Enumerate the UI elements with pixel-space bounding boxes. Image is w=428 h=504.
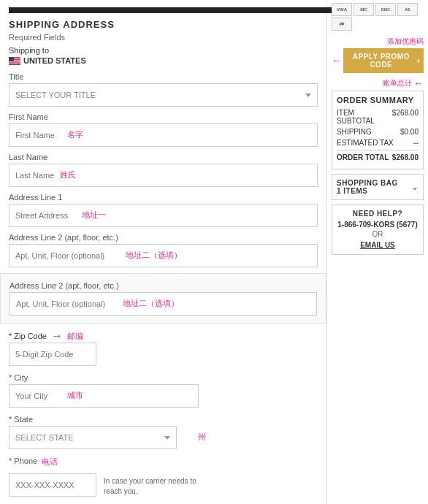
address2-section-label: Address Line 2 (apt, floor, etc.) (9, 281, 317, 290)
svg-rect-13 (9, 57, 14, 61)
amex-icon: AE (397, 3, 418, 16)
required-fields-label: Required Fields (9, 33, 318, 42)
address2-inline-annotation: 地址二（选填） (126, 250, 182, 261)
address1-input[interactable] (9, 204, 318, 227)
state-select[interactable]: SELECT STATE (9, 426, 177, 449)
order-summary-section: ORDER SUMMARY ITEM SUBTOTAL $268.00 SHIP… (332, 91, 424, 169)
last-name-label: Last Name (9, 153, 318, 161)
estimated-tax-value: -- (413, 139, 419, 147)
zip-input[interactable] (9, 343, 96, 366)
country-name: UNITED STATES (23, 56, 86, 65)
shopping-bag-chevron-icon: ⌄ (411, 182, 419, 192)
shipping-value: $0.00 (400, 128, 419, 136)
item-subtotal-value: $268.00 (392, 109, 419, 125)
last-name-annotation: 姓氏 (60, 169, 76, 180)
mastercard-icon: MC (354, 3, 374, 16)
shipping-to-label: Shipping to (9, 46, 318, 55)
apply-promo-button[interactable]: APPLY PROMO CODE + (343, 48, 424, 73)
email-us-link[interactable]: EMAIL US (360, 241, 395, 249)
svg-rect-9 (9, 62, 20, 63)
first-name-input[interactable] (9, 123, 318, 147)
phone-label: * Phone (9, 457, 37, 467)
city-input[interactable] (9, 384, 199, 408)
phone-label-row: * Phone 电话 (9, 457, 318, 467)
apply-promo-plus-icon: + (416, 57, 421, 65)
state-annotation: 州 (198, 432, 206, 443)
estimated-tax-row: ESTIMATED TAX -- (337, 139, 419, 147)
city-annotation: 城市 (67, 390, 83, 401)
order-total-value: $268.00 (392, 153, 419, 161)
state-select-wrapper: SELECT STATE 州 (9, 426, 177, 449)
svg-rect-7 (9, 61, 20, 61)
phone-note: In case your carrier needs to reach you. (104, 473, 213, 497)
us-flag-icon (9, 57, 20, 65)
estimated-tax-label: ESTIMATED TAX (337, 139, 394, 147)
or-text: OR (337, 230, 419, 238)
zip-annotation: 邮编 (67, 331, 83, 342)
address2-expanded-section: Address Line 2 (apt, floor, etc.) 地址二（选填… (0, 273, 326, 324)
visa-icon: VISA (332, 3, 352, 16)
address1-annotation: 地址一 (82, 210, 106, 221)
svg-rect-10 (9, 63, 20, 64)
phone-input[interactable] (9, 473, 96, 497)
svg-rect-8 (9, 61, 20, 62)
order-summary-title: ORDER SUMMARY (337, 96, 419, 104)
last-name-input[interactable] (9, 164, 318, 187)
promo-arrow-icon: ← (332, 55, 342, 66)
phone-annotation: 电话 (42, 457, 58, 467)
city-label: * City (9, 373, 318, 382)
need-help-section: NEED HELP? 1-866-709-KORS (5677) OR EMAI… (332, 205, 424, 255)
order-summary-arrow-icon: ← (413, 77, 424, 89)
svg-rect-12 (9, 64, 20, 65)
item-subtotal-row: ITEM SUBTOTAL $268.00 (337, 109, 419, 125)
payment-icons-row: VISA MC DISC AE PP (332, 3, 424, 31)
address2-section-annotation: 地址二（选填） (123, 298, 179, 309)
shopping-bag-section[interactable]: SHOPPING BAG1 ITEMS ⌄ (332, 174, 424, 200)
shipping-label: SHIPPING (337, 128, 372, 136)
first-name-label: First Name (9, 112, 318, 121)
shipping-address-title: SHIPPING ADDRESS (9, 19, 318, 30)
title-select[interactable]: SELECT YOUR TITLE (9, 83, 318, 107)
zip-label: * Zip Code (9, 332, 47, 340)
need-help-title: NEED HELP? (337, 210, 419, 218)
country-display: UNITED STATES (9, 56, 318, 65)
address1-label: Address Line 1 (9, 193, 318, 202)
shopping-bag-label: SHOPPING BAG1 ITEMS (337, 179, 398, 195)
order-total-label: ORDER TOTAL (337, 153, 389, 161)
zip-arrow-icon: → (51, 329, 63, 343)
order-summary-annotation-text: 账单总计 (383, 78, 412, 88)
state-label: * State (9, 415, 318, 424)
apply-promo-label: APPLY PROMO CODE (346, 53, 416, 69)
discover-icon: DISC (375, 3, 396, 16)
first-name-annotation: 名字 (67, 129, 83, 140)
shipping-row: SHIPPING $0.00 (337, 128, 419, 136)
paypal-icon: PP (332, 18, 352, 31)
promo-annotation: 添加优惠码 (332, 37, 424, 47)
svg-rect-11 (9, 64, 20, 64)
order-total-row: ORDER TOTAL $268.00 (337, 150, 419, 161)
help-phone-number: 1-866-709-KORS (5677) (337, 221, 419, 229)
item-subtotal-label: ITEM SUBTOTAL (337, 109, 392, 125)
title-label: Title (9, 72, 318, 81)
address2-inline-label: Address Line 2 (apt, floor, etc.) (9, 233, 318, 242)
phone-row: In case your carrier needs to reach you. (9, 473, 318, 497)
